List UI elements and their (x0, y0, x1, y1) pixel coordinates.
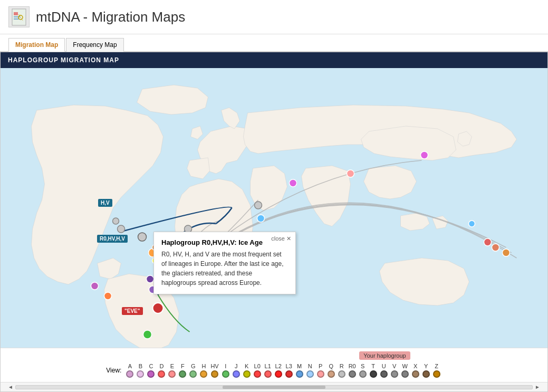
hg-dot-x[interactable] (412, 370, 419, 378)
page-title: mtDNA - Migration Maps (36, 9, 185, 25)
map-container: .land { fill: #f5f0e8; stroke: #ccc; str… (1, 68, 547, 348)
app-icon (8, 6, 30, 27)
hg-item-e: E (168, 363, 176, 378)
scrollbar-area: ◄ ► (1, 382, 547, 391)
tab-migration[interactable]: Migration Map (8, 38, 65, 52)
hg-dot-l2[interactable] (275, 370, 282, 378)
hg-letter-j: J (235, 363, 238, 369)
scrollbar-track[interactable] (15, 385, 533, 389)
hg-dot-h[interactable] (200, 370, 207, 378)
hv-label[interactable]: H,V (98, 199, 112, 207)
hg-letter-l3: L3 (286, 363, 292, 369)
svg-point-16 (113, 218, 119, 224)
hg-dot-e[interactable] (168, 370, 176, 378)
view-row: Your haplogroup View: ABCDEFGHHVIJKL0L1L… (1, 348, 547, 382)
hg-dot-k[interactable] (243, 370, 251, 378)
hg-item-z: Z (433, 363, 440, 378)
svg-point-25 (91, 282, 99, 290)
hg-dot-c[interactable] (147, 370, 155, 378)
hg-dot-q[interactable] (328, 370, 335, 378)
svg-point-19 (290, 179, 297, 187)
scrollbar-thumb[interactable] (223, 386, 326, 389)
view-label: View: (106, 367, 121, 374)
hg-letter-t: T (371, 363, 375, 369)
world-map: .land { fill: #f5f0e8; stroke: #ccc; str… (1, 68, 547, 348)
haplogroup-your-label: Your haplogroup (359, 351, 410, 360)
hg-dot-f[interactable] (179, 370, 186, 378)
hg-dot-l0[interactable] (254, 370, 261, 378)
hg-dot-j[interactable] (233, 370, 240, 378)
hg-dot-w[interactable] (401, 370, 409, 378)
hg-item-q: Q (328, 363, 335, 378)
hg-item-a: A (126, 363, 133, 378)
hg-dot-z[interactable] (433, 370, 440, 378)
hg-letter-v: V (392, 363, 396, 369)
svg-point-15 (118, 225, 125, 233)
hg-letter-h: H (201, 363, 206, 369)
hg-letter-r0: R0 (349, 363, 356, 369)
hg-letter-c: C (149, 363, 153, 369)
hg-dot-p[interactable] (317, 370, 324, 378)
r0-label[interactable]: R0,HV,H,V (97, 235, 128, 243)
hg-letter-n: N (308, 363, 312, 369)
hg-item-r0: R0 (349, 363, 356, 378)
svg-rect-1 (14, 12, 18, 15)
hg-item-t: T (370, 363, 377, 378)
hg-dot-u[interactable] (380, 370, 388, 378)
tab-bar: Migration Map Frequency Map (0, 34, 548, 52)
hg-dot-t[interactable] (370, 370, 377, 378)
hg-dot-s[interactable] (359, 370, 367, 378)
hg-dot-n[interactable] (306, 370, 314, 378)
tooltip: close ✕ Haplogroup R0,HV,H,V: Ice Age R0… (153, 232, 296, 294)
hg-item-l0: L0 (254, 363, 261, 378)
hg-item-u: U (380, 363, 388, 378)
map-header: HAPLOGROUP MIGRATION MAP (1, 52, 547, 68)
hg-dot-g[interactable] (189, 370, 197, 378)
hg-dot-r[interactable] (338, 370, 345, 378)
scroll-right-arrow[interactable]: ► (533, 384, 542, 390)
hg-letter-p: P (319, 363, 322, 369)
hg-item-b: B (137, 363, 144, 378)
hg-item-h: H (200, 363, 207, 378)
hg-item-r: R (338, 363, 345, 378)
svg-point-7 (153, 303, 164, 313)
svg-point-13 (143, 330, 152, 339)
hg-item-hv: HV (210, 363, 218, 378)
scroll-left-arrow[interactable]: ◄ (6, 384, 15, 390)
hg-letter-a: A (128, 363, 132, 369)
hg-dot-v[interactable] (391, 370, 398, 378)
tab-frequency[interactable]: Frequency Map (66, 38, 123, 52)
hg-item-y: Y (422, 363, 430, 378)
hg-letter-u: U (382, 363, 386, 369)
eve-label[interactable]: "EVE" (122, 307, 143, 315)
hg-letter-i: I (225, 363, 226, 369)
map-section: HAPLOGROUP MIGRATION MAP .land { fill: #… (0, 52, 548, 392)
hg-dot-i[interactable] (222, 370, 229, 378)
svg-point-28 (347, 170, 354, 177)
hg-dot-b[interactable] (137, 370, 144, 378)
hg-dot-a[interactable] (126, 370, 133, 378)
hg-dot-y[interactable] (422, 370, 430, 378)
hg-item-x: X (412, 363, 419, 378)
hg-letter-g: G (191, 363, 196, 369)
tooltip-close-button[interactable]: close ✕ (271, 235, 291, 242)
hg-item-p: P (317, 363, 324, 378)
hg-dot-d[interactable] (158, 370, 165, 378)
hg-letter-x: X (414, 363, 417, 369)
hg-item-f: F (179, 363, 186, 378)
hg-dot-hv[interactable] (211, 370, 218, 378)
hg-dot-m[interactable] (296, 370, 303, 378)
svg-point-17 (138, 233, 147, 241)
hg-item-d: D (158, 363, 165, 378)
hg-item-n: N (306, 363, 314, 378)
hg-letter-f: F (181, 363, 185, 369)
hg-letter-r: R (340, 363, 344, 369)
hg-item-s: S (359, 363, 367, 378)
hg-dot-l1[interactable] (264, 370, 272, 378)
svg-point-21 (484, 238, 492, 246)
svg-point-22 (492, 244, 499, 251)
hg-item-g: G (189, 363, 197, 378)
hg-item-v: V (391, 363, 398, 378)
hg-dot-l3[interactable] (285, 370, 293, 378)
hg-dot-r0[interactable] (349, 370, 356, 378)
